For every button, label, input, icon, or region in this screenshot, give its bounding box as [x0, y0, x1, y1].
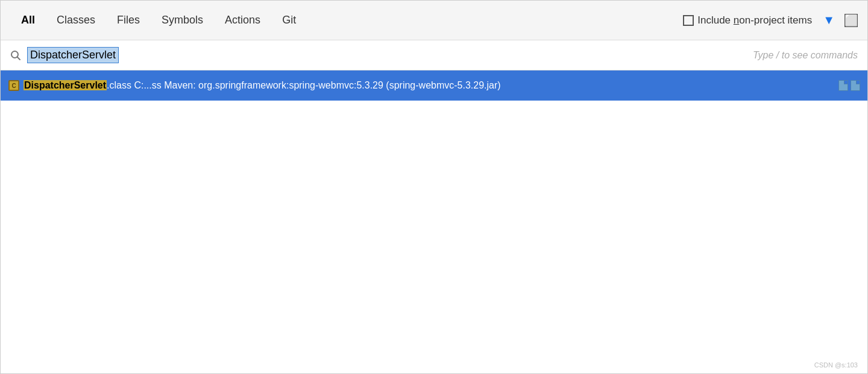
- tab-actions[interactable]: Actions: [214, 9, 271, 31]
- file-icon-1: [838, 80, 848, 91]
- main-content: CSDN @s:103: [1, 101, 867, 373]
- search-bar: DispatcherServlet Type / to see commands: [1, 40, 867, 70]
- class-icon: C: [8, 79, 20, 92]
- result-row[interactable]: C DispatcherServlet.class C:...ss Maven:…: [1, 70, 867, 101]
- tab-all[interactable]: All: [10, 9, 46, 31]
- tab-git[interactable]: Git: [271, 9, 307, 31]
- non-project-area: Include non-project items ▼ ⬜: [683, 13, 858, 27]
- file-icon-2: [851, 80, 860, 91]
- main-window: All Classes Files Symbols Actions Git In…: [0, 0, 868, 374]
- non-project-label: Include non-project items: [697, 14, 812, 26]
- tab-files[interactable]: Files: [106, 9, 151, 31]
- tab-bar: All Classes Files Symbols Actions Git In…: [1, 1, 867, 40]
- svg-line-1: [17, 57, 20, 60]
- watermark: CSDN @s:103: [814, 361, 858, 369]
- result-highlight: DispatcherServlet: [24, 80, 107, 90]
- tab-classes[interactable]: Classes: [46, 9, 106, 31]
- window-icon[interactable]: ⬜: [844, 14, 858, 27]
- non-project-checkbox[interactable]: Include non-project items: [683, 14, 812, 26]
- class-icon-box: C: [8, 80, 19, 91]
- filter-icon[interactable]: ▼: [823, 13, 835, 27]
- result-rest: .class C:...ss Maven: org.springframewor…: [107, 80, 501, 90]
- search-hint: Type / to see commands: [753, 50, 858, 61]
- search-input[interactable]: DispatcherServlet: [27, 47, 119, 63]
- search-input-wrapper: DispatcherServlet: [27, 47, 747, 63]
- search-icon: [10, 50, 21, 61]
- tab-symbols[interactable]: Symbols: [151, 9, 214, 31]
- checkbox-box[interactable]: [683, 15, 694, 26]
- result-icons-right: [838, 80, 860, 91]
- result-text: DispatcherServlet.class C:...ss Maven: o…: [24, 80, 835, 91]
